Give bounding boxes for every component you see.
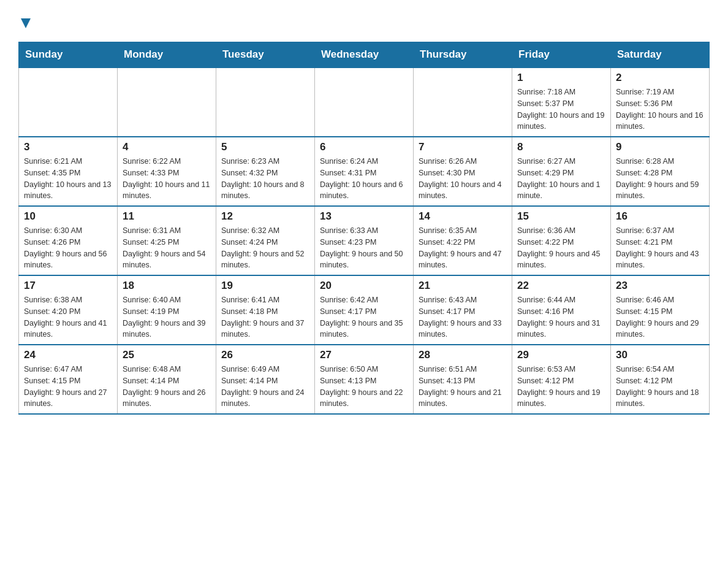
day-info: Sunset: 4:20 PM <box>24 306 112 318</box>
day-number: 13 <box>320 210 408 223</box>
day-info: Sunset: 4:22 PM <box>419 237 507 248</box>
header-sunday: Sunday <box>19 42 118 68</box>
day-info: Sunset: 4:17 PM <box>419 306 507 318</box>
day-info: Sunrise: 6:43 AM <box>419 294 507 306</box>
day-info: Daylight: 9 hours and 18 minutes. <box>616 387 704 410</box>
table-row: 5Sunrise: 6:23 AMSunset: 4:32 PMDaylight… <box>216 137 315 206</box>
day-info: Sunset: 4:18 PM <box>221 306 309 318</box>
day-info: Sunrise: 6:33 AM <box>320 225 408 237</box>
header-friday: Friday <box>512 42 611 68</box>
day-info: Sunset: 4:22 PM <box>517 237 605 248</box>
day-info: Daylight: 9 hours and 29 minutes. <box>616 318 704 341</box>
table-row: 9Sunrise: 6:28 AMSunset: 4:28 PMDaylight… <box>611 137 710 206</box>
day-info: Daylight: 9 hours and 47 minutes. <box>419 248 507 272</box>
day-info: Daylight: 9 hours and 45 minutes. <box>517 248 605 272</box>
day-info: Daylight: 10 hours and 6 minutes. <box>320 179 408 202</box>
day-number: 10 <box>24 210 112 223</box>
day-info: Daylight: 9 hours and 39 minutes. <box>123 318 211 341</box>
day-info: Sunset: 5:37 PM <box>517 98 605 110</box>
table-row: 12Sunrise: 6:32 AMSunset: 4:24 PMDayligh… <box>216 206 315 275</box>
day-info: Daylight: 9 hours and 31 minutes. <box>517 318 605 341</box>
day-info: Sunrise: 6:40 AM <box>123 294 211 306</box>
day-info: Sunrise: 6:35 AM <box>419 225 507 237</box>
day-info: Sunrise: 6:24 AM <box>320 156 408 167</box>
day-number: 19 <box>221 280 309 292</box>
header-wednesday: Wednesday <box>315 42 414 68</box>
day-number: 4 <box>123 141 211 153</box>
table-row: 17Sunrise: 6:38 AMSunset: 4:20 PMDayligh… <box>19 275 118 345</box>
calendar-week-row: 1Sunrise: 7:18 AMSunset: 5:37 PMDaylight… <box>19 67 710 137</box>
calendar-week-row: 24Sunrise: 6:47 AMSunset: 4:15 PMDayligh… <box>19 345 710 414</box>
day-info: Sunset: 4:35 PM <box>24 167 112 179</box>
day-info: Sunrise: 6:36 AM <box>517 225 605 237</box>
day-info: Sunrise: 6:54 AM <box>616 364 704 375</box>
day-info: Daylight: 9 hours and 50 minutes. <box>320 248 408 272</box>
day-info: Daylight: 9 hours and 26 minutes. <box>123 387 211 410</box>
day-number: 1 <box>517 72 605 84</box>
day-info: Daylight: 9 hours and 24 minutes. <box>221 387 309 410</box>
day-info: Sunrise: 6:48 AM <box>123 364 211 375</box>
day-info: Daylight: 10 hours and 19 minutes. <box>517 110 605 133</box>
table-row: 24Sunrise: 6:47 AMSunset: 4:15 PMDayligh… <box>19 345 118 414</box>
day-info: Sunrise: 6:21 AM <box>24 156 112 167</box>
day-number: 24 <box>24 349 112 361</box>
day-info: Sunrise: 6:44 AM <box>517 294 605 306</box>
table-row: 3Sunrise: 6:21 AMSunset: 4:35 PMDaylight… <box>19 137 118 206</box>
day-info: Sunset: 4:12 PM <box>616 375 704 387</box>
day-info: Sunrise: 6:38 AM <box>24 294 112 306</box>
day-info: Sunset: 4:33 PM <box>123 167 211 179</box>
day-info: Sunrise: 6:51 AM <box>419 364 507 375</box>
day-number: 29 <box>517 349 605 361</box>
day-info: Daylight: 9 hours and 19 minutes. <box>517 387 605 410</box>
day-number: 22 <box>517 280 605 292</box>
day-info: Sunrise: 6:42 AM <box>320 294 408 306</box>
table-row <box>19 67 118 137</box>
day-info: Daylight: 9 hours and 54 minutes. <box>123 248 211 272</box>
table-row: 16Sunrise: 6:37 AMSunset: 4:21 PMDayligh… <box>611 206 710 275</box>
day-number: 7 <box>419 141 507 153</box>
day-number: 3 <box>24 141 112 153</box>
day-info: Daylight: 10 hours and 11 minutes. <box>123 179 211 202</box>
day-info: Sunset: 4:13 PM <box>419 375 507 387</box>
day-number: 23 <box>616 280 704 292</box>
day-number: 11 <box>123 210 211 223</box>
day-number: 8 <box>517 141 605 153</box>
table-row: 7Sunrise: 6:26 AMSunset: 4:30 PMDaylight… <box>414 137 512 206</box>
header-monday: Monday <box>118 42 216 68</box>
calendar-week-row: 10Sunrise: 6:30 AMSunset: 4:26 PMDayligh… <box>19 206 710 275</box>
day-number: 14 <box>419 210 507 223</box>
svg-marker-0 <box>21 18 31 28</box>
table-row: 28Sunrise: 6:51 AMSunset: 4:13 PMDayligh… <box>414 345 512 414</box>
day-info: Sunset: 4:23 PM <box>320 237 408 248</box>
day-info: Daylight: 10 hours and 4 minutes. <box>419 179 507 202</box>
day-info: Sunrise: 6:49 AM <box>221 364 309 375</box>
table-row: 2Sunrise: 7:19 AMSunset: 5:36 PMDaylight… <box>611 67 710 137</box>
table-row: 18Sunrise: 6:40 AMSunset: 4:19 PMDayligh… <box>118 275 216 345</box>
day-info: Sunrise: 6:23 AM <box>221 156 309 167</box>
day-info: Daylight: 9 hours and 21 minutes. <box>419 387 507 410</box>
table-row: 25Sunrise: 6:48 AMSunset: 4:14 PMDayligh… <box>118 345 216 414</box>
day-info: Daylight: 10 hours and 13 minutes. <box>24 179 112 202</box>
day-info: Sunrise: 6:46 AM <box>616 294 704 306</box>
day-info: Daylight: 9 hours and 27 minutes. <box>24 387 112 410</box>
day-info: Sunset: 4:29 PM <box>517 167 605 179</box>
day-info: Sunset: 4:21 PM <box>616 237 704 248</box>
day-info: Daylight: 9 hours and 22 minutes. <box>320 387 408 410</box>
day-info: Sunset: 4:14 PM <box>123 375 211 387</box>
day-info: Sunset: 4:13 PM <box>320 375 408 387</box>
day-info: Daylight: 9 hours and 37 minutes. <box>221 318 309 341</box>
logo <box>18 12 32 32</box>
page-header <box>18 12 710 32</box>
table-row: 22Sunrise: 6:44 AMSunset: 4:16 PMDayligh… <box>512 275 611 345</box>
header-thursday: Thursday <box>414 42 512 68</box>
day-number: 25 <box>123 349 211 361</box>
day-number: 30 <box>616 349 704 361</box>
day-info: Daylight: 10 hours and 16 minutes. <box>616 110 704 133</box>
day-info: Sunset: 4:30 PM <box>419 167 507 179</box>
day-info: Sunset: 4:15 PM <box>24 375 112 387</box>
day-info: Daylight: 10 hours and 8 minutes. <box>221 179 309 202</box>
calendar-week-row: 3Sunrise: 6:21 AMSunset: 4:35 PMDaylight… <box>19 137 710 206</box>
day-info: Sunrise: 6:47 AM <box>24 364 112 375</box>
day-info: Sunset: 4:32 PM <box>221 167 309 179</box>
day-info: Daylight: 9 hours and 56 minutes. <box>24 248 112 272</box>
